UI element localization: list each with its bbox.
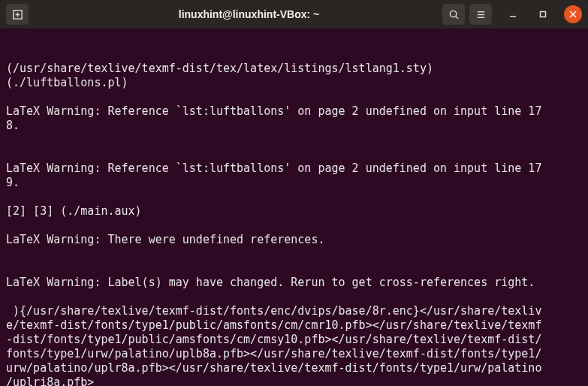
terminal-line: -dist/fonts/type1/public/amsfonts/cm/cms… (6, 333, 582, 347)
terminal-line: ){/usr/share/texlive/texmf-dist/fonts/en… (6, 304, 582, 318)
menu-button[interactable] (469, 4, 492, 25)
close-icon (569, 11, 577, 18)
new-tab-button[interactable] (6, 4, 29, 25)
window-title: linuxhint@linuxhint-VBox: ~ (60, 8, 438, 20)
terminal-line (6, 190, 582, 204)
terminal-line (6, 219, 582, 233)
maximize-button[interactable] (534, 5, 552, 23)
terminal-line: LaTeX Warning: Label(s) may have changed… (6, 276, 582, 290)
terminal-line (6, 147, 582, 161)
terminal-line: LaTeX Warning: Reference `lst:luftballon… (6, 161, 582, 176)
terminal-line: 8. (6, 119, 582, 133)
svg-rect-9 (541, 12, 546, 17)
search-button[interactable] (442, 4, 465, 25)
close-button[interactable] (564, 5, 582, 23)
minimize-icon (509, 11, 517, 18)
terminal-line: LaTeX Warning: There were undefined refe… (6, 233, 582, 247)
new-tab-icon (12, 9, 23, 20)
terminal-line (6, 90, 582, 104)
terminal-line (6, 247, 582, 261)
terminal-line (6, 290, 582, 304)
terminal-line (6, 133, 582, 147)
terminal-line: /uplri8a.pfb> (6, 375, 582, 386)
svg-line-4 (455, 16, 457, 18)
maximize-icon (539, 11, 547, 18)
terminal-line: (/usr/share/texlive/texmf-dist/tex/latex… (6, 62, 582, 76)
terminal-output[interactable]: (/usr/share/texlive/texmf-dist/tex/latex… (0, 29, 588, 386)
search-icon (448, 9, 460, 20)
titlebar: linuxhint@linuxhint-VBox: ~ (0, 0, 588, 29)
terminal-line: fonts/type1/urw/palatino/uplb8a.pfb></us… (6, 347, 582, 361)
terminal-line: LaTeX Warning: Reference `lst:luftballon… (6, 104, 582, 119)
terminal-line: 9. (6, 176, 582, 190)
terminal-line: [2] [3] (./main.aux) (6, 204, 582, 219)
terminal-line: e/texmf-dist/fonts/type1/public/amsfonts… (6, 318, 582, 333)
terminal-line (6, 261, 582, 276)
hamburger-icon (475, 9, 487, 20)
terminal-line: urw/palatino/uplr8a.pfb></usr/share/texl… (6, 361, 582, 375)
terminal-line: (./luftballons.pl) (6, 76, 582, 90)
svg-point-3 (450, 11, 456, 17)
minimize-button[interactable] (504, 5, 522, 23)
